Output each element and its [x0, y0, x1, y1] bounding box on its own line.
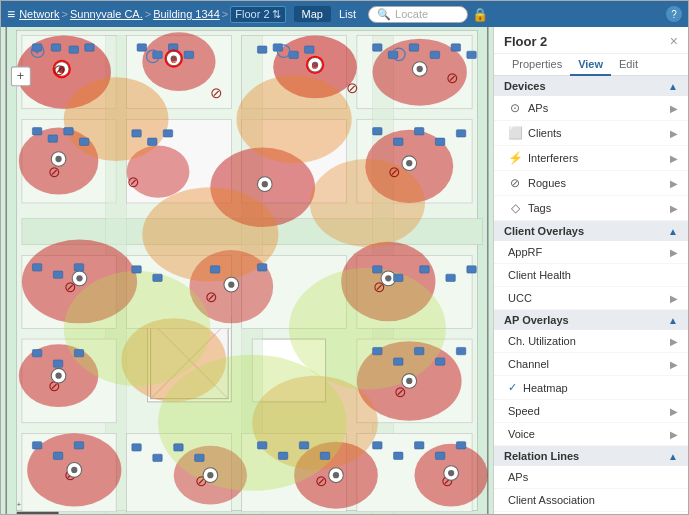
section-relation-lines-header[interactable]: Relation Lines ▲: [494, 446, 688, 466]
panel-tabs: Properties View Edit: [494, 54, 688, 76]
svg-point-179: [333, 472, 339, 478]
breadcrumb: Network > Sunnyvale CA. > Building 1344 …: [19, 6, 285, 23]
svg-rect-94: [132, 130, 141, 137]
tab-map[interactable]: Map: [294, 6, 331, 22]
svg-rect-145: [467, 266, 476, 273]
section-ap-overlays-header[interactable]: AP Overlays ▲: [494, 310, 688, 330]
svg-rect-163: [299, 442, 308, 449]
menu-item-apprf[interactable]: AppRF ▶: [494, 241, 688, 264]
svg-rect-157: [132, 444, 141, 451]
svg-point-175: [71, 467, 77, 473]
svg-text:⊘: ⊘: [210, 85, 223, 101]
menu-item-client-neighbors[interactable]: Client Neighbors: [494, 512, 688, 514]
locate-search[interactable]: 🔍 Locate: [368, 6, 468, 23]
svg-rect-158: [153, 454, 162, 461]
breadcrumb-building[interactable]: Building 1344: [153, 8, 220, 20]
section-client-overlays-header[interactable]: Client Overlays ▲: [494, 221, 688, 241]
svg-rect-156: [74, 442, 83, 449]
svg-rect-150: [394, 358, 403, 365]
menu-item-clients[interactable]: ⬜ Clients ▶: [494, 121, 688, 146]
tab-list[interactable]: List: [331, 6, 364, 22]
svg-text:⊘: ⊘: [388, 164, 401, 180]
svg-text:⊘: ⊘: [205, 289, 218, 305]
svg-rect-66: [36, 51, 39, 53]
svg-point-107: [385, 275, 391, 281]
section-devices-chevron: ▲: [668, 81, 678, 92]
checkmark-icon: ✓: [508, 381, 517, 394]
floor-selector[interactable]: Floor 2 ⇅: [230, 6, 285, 23]
svg-rect-182: [17, 512, 59, 514]
svg-rect-100: [435, 138, 444, 145]
svg-rect-96: [163, 130, 172, 137]
menu-item-aps[interactable]: ⊙ APs ▶: [494, 96, 688, 121]
monitor-icon: ⬜: [508, 126, 522, 140]
menu-item-interferers[interactable]: ⚡ Interferers ▶: [494, 146, 688, 171]
svg-rect-155: [53, 452, 62, 459]
menu-item-channel[interactable]: Channel ▶: [494, 353, 688, 376]
svg-rect-92: [64, 128, 73, 135]
menu-item-rel-aps[interactable]: APs: [494, 466, 688, 489]
svg-text:⊘: ⊘: [127, 174, 140, 190]
section-relation-lines-label: Relation Lines: [504, 450, 579, 462]
svg-text:+: +: [17, 500, 21, 509]
arrow-icon: ▶: [670, 247, 678, 258]
breadcrumb-sunnyvale[interactable]: Sunnyvale CA.: [70, 8, 143, 20]
arrow-icon: ▶: [670, 336, 678, 347]
svg-point-177: [207, 472, 213, 478]
panel-close-button[interactable]: ×: [670, 33, 678, 49]
svg-rect-166: [394, 452, 403, 459]
top-nav: ≡ Network > Sunnyvale CA. > Building 134…: [1, 1, 688, 27]
arrow-icon: ▶: [670, 103, 678, 114]
svg-rect-153: [456, 347, 465, 354]
menu-item-ch-utilization[interactable]: Ch. Utilization ▶: [494, 330, 688, 353]
svg-point-54: [64, 271, 211, 386]
menu-item-voice[interactable]: Voice ▶: [494, 423, 688, 446]
svg-rect-169: [456, 442, 465, 449]
section-devices-header[interactable]: Devices ▲: [494, 76, 688, 96]
menu-item-ucc[interactable]: UCC ▶: [494, 287, 688, 310]
help-icon[interactable]: ?: [666, 6, 682, 22]
menu-item-rogues[interactable]: ⊘ Rogues ▶: [494, 171, 688, 196]
svg-point-171: [55, 373, 61, 379]
breadcrumb-network[interactable]: Network: [19, 8, 59, 20]
arrow-icon: ▶: [670, 128, 678, 139]
section-client-overlays-label: Client Overlays: [504, 225, 584, 237]
svg-text:⊘: ⊘: [170, 54, 178, 65]
svg-rect-165: [373, 442, 382, 449]
svg-rect-91: [48, 135, 57, 142]
svg-rect-160: [195, 454, 204, 461]
svg-text:+: +: [17, 70, 24, 84]
menu-item-client-association[interactable]: Client Association: [494, 489, 688, 512]
svg-rect-83: [467, 51, 476, 58]
svg-point-105: [228, 281, 234, 287]
tab-properties[interactable]: Properties: [504, 54, 570, 76]
svg-point-50: [310, 159, 425, 247]
diamond-icon: ◇: [508, 201, 522, 215]
svg-rect-141: [373, 266, 382, 273]
tab-edit[interactable]: Edit: [611, 54, 646, 76]
svg-rect-152: [435, 358, 444, 365]
section-ap-overlays: AP Overlays ▲ Ch. Utilization ▶ Channel …: [494, 310, 688, 446]
menu-icon[interactable]: ≡: [7, 6, 15, 22]
menu-item-heatmap[interactable]: ✓ Heatmap: [494, 376, 688, 400]
bolt-icon: ⚡: [508, 151, 522, 165]
arrow-icon: ▶: [670, 429, 678, 440]
menu-item-tags[interactable]: ◇ Tags ▶: [494, 196, 688, 221]
svg-text:⊘: ⊘: [446, 70, 459, 86]
view-tabs: Map List: [294, 6, 365, 22]
app-container: ≡ Network > Sunnyvale CA. > Building 134…: [0, 0, 689, 515]
svg-rect-90: [32, 128, 41, 135]
map-area[interactable]: ⊙: [1, 27, 493, 514]
menu-item-speed[interactable]: Speed ▶: [494, 400, 688, 423]
svg-rect-147: [53, 360, 62, 367]
svg-rect-93: [80, 138, 89, 145]
panel-header: Floor 2 ×: [494, 27, 688, 54]
lock-icon[interactable]: 🔒: [472, 7, 488, 22]
svg-rect-159: [174, 444, 183, 451]
menu-item-client-health[interactable]: Client Health: [494, 264, 688, 287]
tab-view[interactable]: View: [570, 54, 611, 76]
svg-point-47: [64, 77, 169, 161]
svg-rect-98: [394, 138, 403, 145]
arrow-icon: ▶: [670, 293, 678, 304]
svg-rect-78: [373, 44, 382, 51]
